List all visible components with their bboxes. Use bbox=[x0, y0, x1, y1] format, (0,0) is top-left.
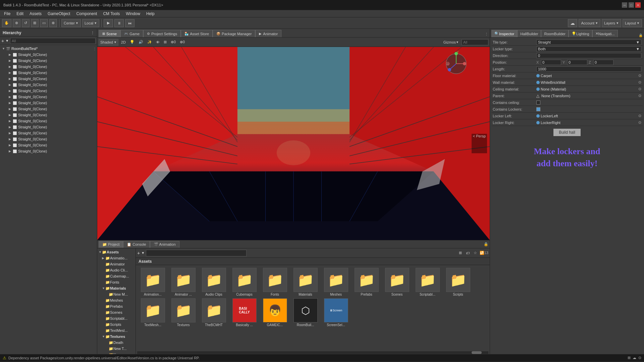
asset-prefabs[interactable]: 📁 Prefabs bbox=[352, 268, 381, 296]
asset-animation[interactable]: 📁 Animation... bbox=[139, 268, 167, 296]
hierarchy-item-13[interactable]: ▶ ⬜ Straight_0(Clone) bbox=[1, 130, 96, 136]
account-dropdown[interactable]: Account ▼ bbox=[579, 19, 600, 27]
length-input[interactable] bbox=[536, 66, 641, 72]
hierarchy-root-item[interactable]: ▼ 🎬 RoomBuildTest* ⋮ bbox=[1, 46, 96, 52]
contains-ceiling-checkbox[interactable] bbox=[536, 101, 540, 105]
tab-animation[interactable]: 🎬 Animation bbox=[150, 241, 179, 248]
direction-input[interactable] bbox=[536, 53, 641, 58]
file-materials[interactable]: ▼ 📁 Materials bbox=[98, 285, 135, 291]
hierarchy-item-16[interactable]: ▶ ⬜ Straight_0(Clone) bbox=[1, 148, 96, 154]
asset-textures[interactable]: 📁 Textures bbox=[169, 298, 198, 327]
transform-tool-button[interactable]: ⊗ bbox=[49, 19, 57, 27]
locker-type-dropdown[interactable]: Both ▼ bbox=[536, 46, 641, 52]
file-scenes[interactable]: 📁 Scenes bbox=[98, 309, 135, 315]
pivot-dropdown[interactable]: Center ▼ bbox=[61, 19, 81, 27]
layout-dropdown[interactable]: Layout ▼ bbox=[623, 19, 642, 27]
rotate-tool-button[interactable]: ↺ bbox=[22, 19, 30, 27]
menu-gameobject[interactable]: GameObject bbox=[45, 11, 73, 17]
file-audioclips[interactable]: 📁 Audio Cli... bbox=[98, 267, 135, 273]
file-meshes[interactable]: 📁 Meshes bbox=[98, 297, 135, 303]
menu-component[interactable]: Component bbox=[73, 11, 100, 17]
file-scriptable[interactable]: 📁 Scriptabl... bbox=[98, 315, 135, 321]
asset-tag-button[interactable]: 🏷 bbox=[465, 250, 471, 256]
layers-dropdown[interactable]: Layers ▼ bbox=[602, 19, 621, 27]
2d-toggle-button[interactable]: 2D bbox=[120, 39, 127, 46]
asset-scenes[interactable]: 📁 Scenes bbox=[383, 268, 411, 296]
minimize-button[interactable]: ─ bbox=[622, 2, 627, 8]
play-button[interactable]: ▶ bbox=[104, 19, 113, 27]
asset-star-button[interactable]: ☆ bbox=[472, 250, 478, 256]
asset-thebcmht[interactable]: 📁 TheBCMHT bbox=[200, 298, 228, 327]
file-textmesh[interactable]: 📁 TextMesl... bbox=[98, 327, 135, 334]
scene-gizmo[interactable]: Y -X bbox=[443, 50, 470, 77]
scene-hidden-button[interactable]: 👁 bbox=[155, 39, 161, 46]
hierarchy-item-6[interactable]: ▶ ⬜ Straight_0(Clone) bbox=[1, 88, 96, 94]
tab-game[interactable]: 🎮 Game bbox=[120, 30, 143, 37]
hand-tool-button[interactable]: ✋ bbox=[2, 19, 11, 27]
statusbar-icon3[interactable]: ⊙ bbox=[638, 356, 641, 360]
locker-left-expand-icon[interactable]: ⊙ bbox=[638, 114, 641, 118]
statusbar-icon2[interactable]: ☁ bbox=[633, 356, 636, 360]
file-tree-assets[interactable]: ▼ 📁 Assets bbox=[98, 249, 135, 255]
menu-help[interactable]: Help bbox=[144, 11, 157, 17]
file-prefabs[interactable]: 📁 Prefabs bbox=[98, 303, 135, 309]
gizmos-dropdown[interactable]: Gizmos ▼ bbox=[442, 39, 460, 46]
hierarchy-item-3[interactable]: ▶ ⬜ Straight_0(Clone) bbox=[1, 70, 96, 76]
file-textures[interactable]: ▼ 📁 Textures bbox=[98, 334, 135, 340]
inspector-tab-lighting[interactable]: 💡 Lighting bbox=[569, 30, 592, 37]
pos-y-input[interactable] bbox=[567, 60, 587, 65]
transform-dropdown[interactable]: Local ▼ bbox=[82, 19, 99, 27]
step-button[interactable]: ⏭ bbox=[125, 19, 135, 27]
scene-search-input[interactable] bbox=[462, 39, 488, 45]
asset-screensel[interactable]: 🖥Screen ScreenSel... bbox=[322, 298, 350, 327]
floor-material-expand-icon[interactable]: ⊙ bbox=[638, 73, 641, 78]
asset-gameic[interactable]: 👦 GAMEIC... bbox=[261, 298, 289, 327]
scene-view[interactable]: Y -X < Persp bbox=[97, 47, 490, 240]
tab-scene[interactable]: ⊞ Scene bbox=[99, 30, 120, 37]
tab-asset-store[interactable]: 🏪 Asset Store bbox=[181, 30, 213, 37]
scene-snap-y[interactable]: ⊕0 bbox=[178, 39, 186, 46]
tab-animator[interactable]: ▶ Animator bbox=[255, 30, 281, 37]
cloud-button[interactable]: ☁ bbox=[568, 19, 577, 27]
pause-button[interactable]: ⏸ bbox=[114, 19, 124, 27]
hierarchy-item-12[interactable]: ▶ ⬜ Straight_0(Clone) bbox=[1, 124, 96, 130]
asset-meshes[interactable]: 📁 Meshes bbox=[322, 268, 350, 296]
asset-search-input[interactable] bbox=[146, 250, 247, 256]
scene-light-button[interactable]: 💡 bbox=[128, 39, 136, 46]
rect-tool-button[interactable]: ▭ bbox=[40, 19, 48, 27]
scene-grid-button[interactable]: ⊞ bbox=[162, 39, 168, 46]
asset-scripts[interactable]: 📁 Scripts bbox=[444, 268, 472, 296]
scene-audio-button[interactable]: 🔊 bbox=[137, 39, 145, 46]
asset-add-icon[interactable]: + bbox=[137, 250, 140, 256]
hierarchy-menu-icon[interactable]: ▼ bbox=[5, 39, 9, 43]
hierarchy-item-7[interactable]: ▶ ⬜ Straight_0(Clone) bbox=[1, 94, 96, 100]
asset-basically[interactable]: BASICALLY Basically ... bbox=[230, 298, 259, 327]
maximize-button[interactable]: □ bbox=[629, 2, 634, 8]
pos-x-input[interactable] bbox=[541, 60, 561, 65]
file-cubemaps[interactable]: 📁 Cubemap... bbox=[98, 273, 135, 279]
scene-fx-button[interactable]: ✨ bbox=[146, 39, 153, 46]
inspector-tab-inspector[interactable]: 🔍 Inspector bbox=[491, 30, 517, 37]
close-button[interactable]: ✕ bbox=[635, 2, 641, 8]
hierarchy-item-15[interactable]: ▶ ⬜ Straight_0(Clone) bbox=[1, 142, 96, 148]
asset-cubemaps[interactable]: 📁 Cubemaps bbox=[230, 268, 259, 296]
move-tool-button[interactable]: ⊕ bbox=[13, 19, 20, 27]
hierarchy-item-4[interactable]: ▶ ⬜ Straight_0(Clone) bbox=[1, 76, 96, 82]
root-options-icon[interactable]: ⋮ bbox=[93, 47, 96, 51]
asset-textmesh[interactable]: 📁 TextMesh... bbox=[139, 298, 167, 327]
asset-fonts[interactable]: 📁 Fonts bbox=[261, 268, 289, 296]
wall-material-expand-icon[interactable]: ⊙ bbox=[638, 80, 641, 84]
asset-roombuilder[interactable]: ⬡ RoomBuil... bbox=[291, 298, 320, 327]
tab-project[interactable]: 📁 Project bbox=[99, 241, 123, 248]
scale-tool-button[interactable]: ⊞ bbox=[31, 19, 39, 27]
tile-type-dropdown[interactable]: Straight ▼ bbox=[536, 40, 641, 45]
scene-snap-x[interactable]: ⊕0 bbox=[169, 39, 177, 46]
asset-menu-icon[interactable]: ▼ bbox=[141, 251, 145, 255]
asset-filter-button[interactable]: ⊞ bbox=[458, 250, 463, 256]
menu-file[interactable]: File bbox=[1, 11, 13, 17]
hierarchy-search-input[interactable] bbox=[10, 38, 96, 44]
scene-options-icon[interactable]: ⋮ bbox=[485, 32, 488, 37]
file-scripts[interactable]: 📁 Scripts bbox=[98, 321, 135, 327]
file-animation[interactable]: ▶ 📁 Animatio... bbox=[98, 255, 135, 261]
locker-right-expand-icon[interactable]: ⊙ bbox=[638, 120, 641, 125]
